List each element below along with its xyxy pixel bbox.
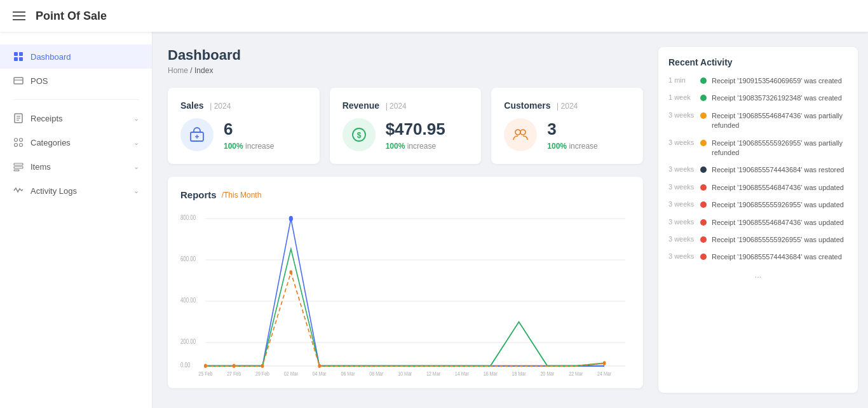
svg-text:02 Mar: 02 Mar	[284, 370, 298, 376]
svg-text:24 Mar: 24 Mar	[597, 370, 611, 376]
svg-point-49	[289, 216, 293, 222]
svg-point-54	[318, 364, 321, 369]
activity-item: 1 min Receipt '1909153546069659' was cre…	[668, 76, 848, 86]
svg-rect-1	[19, 52, 23, 56]
chevron-down-icon: ⌄	[133, 139, 139, 147]
svg-point-23	[520, 130, 526, 135]
activity-text: Receipt '1906855555926955' was updated	[712, 235, 844, 245]
reports-title: Reports	[180, 189, 217, 200]
svg-text:600.00: 600.00	[180, 255, 196, 263]
activity-dot	[700, 167, 707, 173]
sidebar-label-receipts: Receipts	[31, 114, 63, 123]
activity-card: Recent Activity 1 min Receipt '190915354…	[658, 47, 858, 393]
chevron-down-icon: ⌄	[133, 163, 139, 171]
svg-text:25 Feb: 25 Feb	[198, 370, 212, 376]
breadcrumb-home[interactable]: Home	[168, 66, 188, 75]
revenue-card: Revenue | 2024 $ $470.95	[330, 88, 482, 164]
customers-label: Customers	[504, 100, 550, 111]
svg-text:27 Feb: 27 Feb	[227, 370, 241, 376]
svg-point-52	[261, 364, 264, 369]
activity-text: Receipt '1906855574443684' was created	[712, 252, 842, 262]
activity-text: Receipt '1906855555926955' was updated	[712, 200, 844, 210]
svg-point-12	[15, 144, 18, 147]
activity-item: 1 week Receipt '1908357326192348' was cr…	[668, 93, 848, 103]
svg-text:18 Mar: 18 Mar	[512, 370, 526, 376]
chevron-down-icon: ⌄	[133, 114, 139, 123]
chart-svg: 800.00 600.00 400.00 200.00 0.00 25 Feb	[180, 210, 630, 376]
sales-increase: 100% increase	[224, 142, 274, 151]
svg-text:29 Feb: 29 Feb	[255, 370, 269, 376]
svg-text:14 Mar: 14 Mar	[455, 370, 469, 376]
sidebar-item-items[interactable]: Items ⌄	[0, 154, 152, 179]
svg-text:06 Mar: 06 Mar	[341, 370, 355, 376]
svg-text:04 Mar: 04 Mar	[313, 370, 327, 376]
activity-time: 3 weeks	[668, 235, 695, 243]
customers-icon-circle	[504, 118, 537, 151]
items-icon	[13, 161, 24, 172]
svg-rect-0	[14, 52, 18, 56]
activity-item: 3 weeks Receipt '1906855546847436' was p…	[668, 111, 848, 131]
chevron-down-icon: ⌄	[133, 187, 139, 195]
activity-dot	[700, 184, 707, 191]
activity-item: 3 weeks Receipt '1906855546847436' was u…	[668, 218, 848, 228]
svg-point-55	[603, 361, 606, 365]
activity-dot	[700, 78, 707, 84]
revenue-value: $470.95	[386, 119, 445, 139]
categories-icon	[13, 137, 24, 148]
svg-text:$: $	[356, 131, 361, 140]
activity-item: 3 weeks Receipt '1906855574443684' was r…	[668, 165, 848, 175]
activity-time: 3 weeks	[668, 165, 695, 173]
svg-text:12 Mar: 12 Mar	[426, 370, 440, 376]
dashboard-icon	[13, 51, 24, 62]
svg-text:16 Mar: 16 Mar	[484, 370, 498, 376]
main-content: Dashboard Home / Index Sales | 2024	[153, 32, 658, 408]
sidebar-item-dashboard[interactable]: Dashboard	[0, 44, 152, 69]
svg-rect-16	[14, 170, 19, 171]
svg-text:200.00: 200.00	[180, 337, 196, 346]
svg-point-22	[515, 130, 520, 135]
sidebar-label-dashboard: Dashboard	[31, 52, 71, 62]
page-title: Dashboard	[168, 47, 643, 64]
hamburger-button[interactable]	[13, 11, 25, 20]
activity-time: 3 weeks	[668, 183, 695, 191]
breadcrumb: Home / Index	[168, 66, 643, 75]
svg-text:20 Mar: 20 Mar	[540, 370, 554, 376]
sidebar-label-categories: Categories	[31, 138, 71, 147]
sidebar-item-receipts[interactable]: Receipts ⌄	[0, 106, 152, 130]
activity-dot	[700, 219, 707, 226]
svg-text:400.00: 400.00	[180, 296, 196, 304]
sidebar-divider	[13, 99, 139, 100]
sales-label: Sales	[180, 100, 204, 111]
activity-time: 3 weeks	[668, 139, 695, 146]
receipts-icon	[13, 112, 24, 124]
customers-increase: 100% increase	[547, 142, 597, 151]
customers-year: | 2024	[557, 102, 578, 111]
app-title: Point Of Sale	[36, 10, 107, 23]
reports-section: Reports /This Month 800.00 600.00 400.00…	[168, 177, 643, 388]
breadcrumb-current: Index	[194, 66, 213, 75]
pos-icon	[13, 75, 24, 86]
chart-area: 800.00 600.00 400.00 200.00 0.00 25 Feb	[180, 210, 630, 376]
svg-text:10 Mar: 10 Mar	[398, 370, 412, 376]
activity-dot	[700, 112, 707, 119]
customers-value: 3	[547, 119, 597, 139]
stat-cards: Sales | 2024	[168, 88, 643, 164]
sidebar-item-activity-logs[interactable]: Activity Logs ⌄	[0, 179, 152, 203]
sidebar-label-pos: POS	[31, 76, 48, 86]
activity-icon	[13, 185, 24, 196]
sidebar-item-categories[interactable]: Categories ⌄	[0, 130, 152, 154]
activity-text: Receipt '1906855555926955' was partially…	[712, 139, 848, 158]
activity-more: ...	[668, 270, 848, 280]
activity-text: Receipt '1906855574443684' was restored	[712, 165, 844, 175]
activity-title: Recent Activity	[668, 57, 848, 67]
sidebar-item-pos[interactable]: POS	[0, 69, 152, 93]
right-panel: Recent Activity 1 min Receipt '190915354…	[658, 32, 868, 408]
activity-time: 1 min	[668, 76, 695, 84]
activity-item: 3 weeks Receipt '1906855555926955' was u…	[668, 200, 848, 210]
sidebar: Dashboard POS	[0, 32, 153, 408]
revenue-increase: 100% increase	[386, 142, 445, 151]
activity-item: 3 weeks Receipt '1906855555926955' was u…	[668, 235, 848, 245]
svg-point-53	[289, 270, 292, 275]
svg-rect-14	[14, 163, 23, 165]
svg-text:08 Mar: 08 Mar	[369, 370, 383, 376]
